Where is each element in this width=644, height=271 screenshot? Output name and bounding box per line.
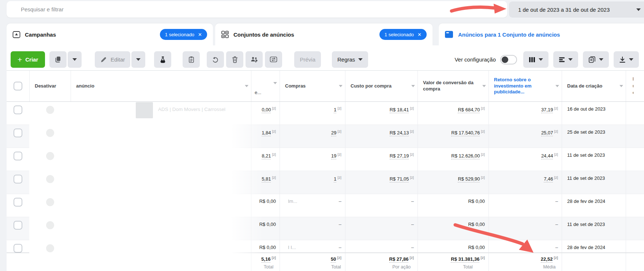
swap-button[interactable] [265,51,282,68]
columns-button[interactable] [523,51,548,68]
clipboard-icon [188,56,195,63]
view-setup-toggle[interactable] [500,55,517,64]
status-toggle[interactable] [46,221,54,229]
ab-test-button[interactable] [154,51,171,68]
cell-roas: 37,19[2] [488,102,562,125]
create-button[interactable]: +Criar [11,51,45,68]
cell-custo: – [345,240,418,253]
swap-icon [270,56,277,63]
cell-valor: R$ 0,00 [418,194,488,217]
cell-metric: R$ 0,00 [251,217,280,240]
cell-last-edit [626,240,642,253]
cell-valor: R$ 12.626,00[2] [418,148,488,171]
cell-toggle [29,171,71,194]
reports-button[interactable] [583,51,609,68]
rules-button[interactable]: Regras [332,51,368,68]
undo-button[interactable] [207,51,224,68]
row-checkbox[interactable] [14,244,22,253]
status-toggle[interactable] [46,198,54,206]
cell-metric: 8,21[2] [251,148,280,171]
campaigns-selected-badge[interactable]: 1 selecionado ✕ [160,29,207,40]
edit-button[interactable]: Editar [95,51,130,68]
row-checkbox[interactable] [14,105,22,114]
duplicate-button[interactable] [49,51,67,68]
sort-icon [555,85,559,87]
sort-icon [245,85,248,87]
cell-compras: – [280,217,345,240]
cell-ad-name: I I... [71,240,251,253]
cell-ad-name [71,148,251,171]
header-last-edit[interactable]: Daúlted [626,71,642,101]
breakdown-icon [559,57,565,63]
row-checkbox[interactable] [14,175,22,183]
status-toggle[interactable] [46,106,54,114]
ads-manager-page: Pesquisar e filtrar 1 de out de 2023 a 3… [0,0,644,271]
header-roas[interactable]: Retorno sobre o investimento em publicid… [488,71,562,101]
sort-icon [339,85,342,87]
cell-last-edit [626,171,642,194]
breakdown-button[interactable] [553,51,578,68]
status-toggle[interactable] [46,244,54,252]
date-range-picker[interactable]: 1 de out de 2023 a 31 de out de 2023 [509,1,644,18]
trash-icon [232,56,238,63]
cell-created-date: 28 de fev de 2024 [562,240,626,253]
cell-select [7,125,29,148]
clipboard-button[interactable] [183,51,200,68]
cell-last-edit [626,148,642,171]
deselect-icon[interactable]: ✕ [198,32,202,37]
table-row: I I...R$ 0,00––R$ 0,00–28 de fev de 2024 [7,240,644,253]
tab-adsets[interactable]: Conjuntos de anúncios 1 selecionado ✕ [215,23,433,45]
ad-name-ghost: ADS | Dom Movers | Carrossel [158,107,225,112]
row-checkbox[interactable] [14,221,22,230]
delete-button[interactable] [226,51,243,68]
cell-valor: R$ 0,00 [418,240,488,253]
table-row: 8,21[2]19[2]R$ 27,19[2]R$ 12.626,00[2]24… [7,148,644,171]
pencil-icon [100,56,107,63]
cell-toggle [29,102,71,125]
chevron-down-icon [568,58,573,61]
chevron-down-icon [136,58,141,61]
tab-ads[interactable]: Anúncios para 1 Conjunto de anúncios [439,23,644,45]
status-toggle[interactable] [46,175,54,183]
audience-button[interactable] [246,51,263,68]
header-metric-truncated[interactable]: e... [251,71,280,101]
total-metric: 5,16[2]Total [251,253,280,271]
cell-metric: R$ 0,00 [251,240,280,253]
adsets-selected-badge[interactable]: 1 selecionado ✕ [379,29,427,40]
row-checkbox[interactable] [14,152,22,160]
row-checkbox[interactable] [14,129,22,137]
columns-icon [529,57,535,63]
duplicate-dropdown[interactable] [68,51,82,68]
cell-valor: R$ 0,00 [418,217,488,240]
header-purchases[interactable]: Compras [280,71,345,101]
cell-roas: 7,46[2] [488,171,562,194]
table-header-row: Desativar anúncio e... Compras Custo por… [7,71,644,102]
cell-valor: R$ 529,90[2] [418,171,488,194]
chevron-down-icon [636,8,641,11]
select-all-checkbox[interactable] [14,82,22,90]
tab-campaigns[interactable]: Campanhas 1 selecionado ✕ [7,23,213,45]
status-toggle[interactable] [46,129,54,137]
row-checkbox[interactable] [14,198,22,207]
cell-metric: 5,81[2] [251,171,280,194]
header-cost-per-purchase[interactable]: Custo por compra [345,71,418,101]
preview-button[interactable]: Prévia [294,51,321,68]
ad-thumbnail [136,102,153,118]
cell-last-edit [626,102,642,125]
cell-toggle [29,217,71,240]
status-toggle[interactable] [46,152,54,160]
ad-name-ghost: Im... [288,198,297,204]
download-icon [619,56,626,63]
header-ad-name[interactable]: anúncio [71,71,251,101]
cell-roas: 24,44[2] [488,148,562,171]
total-compras: 50[2]Total [280,253,345,271]
edit-dropdown[interactable] [131,51,145,68]
cell-compras: 1[2] [280,102,345,125]
search-input[interactable]: Pesquisar e filtrar [7,1,507,18]
header-creation-date[interactable]: Data de criação [562,71,626,101]
header-purchase-conversion-value[interactable]: Valor de conversão da compra [418,71,488,101]
deselect-icon[interactable]: ✕ [418,32,422,37]
export-button[interactable] [614,51,639,68]
cell-custo: – [345,217,418,240]
total-valor: R$ 31.381,36[2]Total [418,253,488,271]
